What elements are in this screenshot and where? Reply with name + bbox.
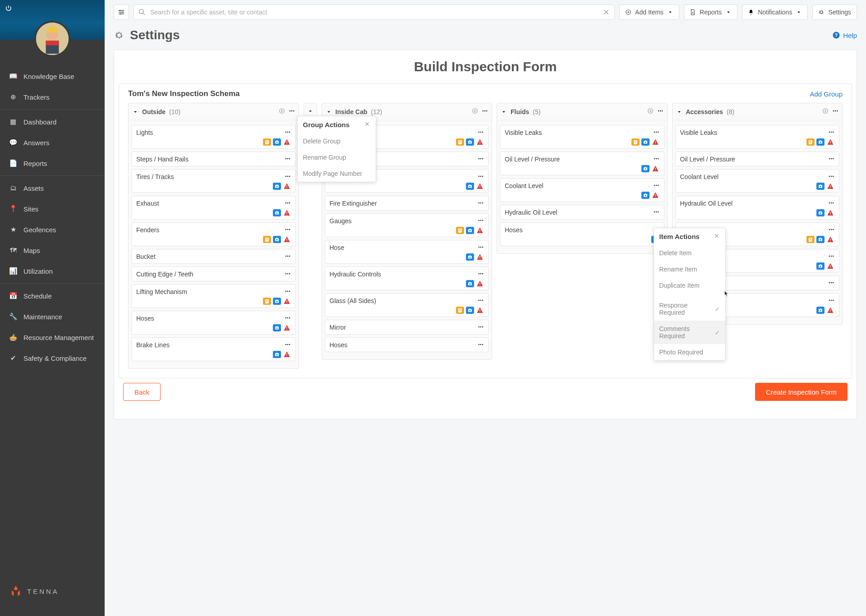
inspection-item[interactable]: Hoses bbox=[131, 311, 296, 335]
column-add-button[interactable] bbox=[822, 108, 829, 115]
modify-page-option[interactable]: Modify Page Number bbox=[298, 165, 376, 182]
sidebar-item-resource-management[interactable]: 🥧Resource Management bbox=[0, 327, 105, 348]
chevron-down-icon[interactable] bbox=[676, 109, 682, 115]
item-menu-button[interactable] bbox=[828, 173, 834, 181]
item-menu-button[interactable] bbox=[653, 182, 659, 190]
inspection-item[interactable]: Visible Leaks bbox=[500, 125, 664, 149]
column-menu-button[interactable] bbox=[832, 108, 838, 115]
back-button[interactable]: Back bbox=[123, 383, 161, 401]
inspection-item[interactable]: Cutting Edge / Teeth bbox=[131, 267, 296, 281]
inspection-item[interactable]: Tires / Tracks bbox=[131, 169, 296, 193]
column-menu-button[interactable] bbox=[482, 108, 488, 115]
item-menu-button[interactable] bbox=[285, 315, 291, 322]
inspection-item[interactable]: Mirror bbox=[325, 320, 489, 335]
item-menu-button[interactable] bbox=[828, 253, 834, 261]
item-menu-button[interactable] bbox=[285, 341, 291, 349]
item-menu-button[interactable] bbox=[828, 129, 834, 137]
inspection-item[interactable]: Bucket bbox=[131, 249, 296, 264]
column-add-button[interactable] bbox=[279, 108, 285, 115]
inspection-item[interactable]: Coolant Level bbox=[675, 169, 840, 193]
chevron-down-icon[interactable] bbox=[501, 109, 507, 115]
item-menu-button[interactable] bbox=[285, 156, 291, 163]
item-menu-button[interactable] bbox=[828, 226, 834, 234]
chevron-down-icon[interactable] bbox=[132, 109, 138, 115]
inspection-item[interactable]: Hoses bbox=[325, 337, 489, 352]
duplicate-item-option[interactable]: Duplicate Item bbox=[654, 277, 725, 294]
inspection-item[interactable]: Hydraulic Oil Level bbox=[675, 196, 840, 220]
inspection-item[interactable]: Coolant Level bbox=[500, 178, 664, 202]
inspection-item[interactable]: Hose bbox=[325, 240, 489, 264]
inspection-item[interactable]: Fenders bbox=[131, 222, 296, 246]
sidebar-item-sites[interactable]: 📍Sites bbox=[0, 198, 105, 219]
sidebar-item-assets[interactable]: 🗂Assets bbox=[0, 178, 105, 198]
reports-button[interactable]: Reports bbox=[684, 5, 737, 20]
item-menu-button[interactable] bbox=[828, 156, 834, 163]
item-menu-button[interactable] bbox=[285, 200, 291, 207]
delete-group-option[interactable]: Delete Group bbox=[298, 133, 376, 149]
inspection-item[interactable]: Visible Leaks bbox=[675, 125, 840, 149]
rename-group-option[interactable]: Rename Group bbox=[298, 149, 376, 165]
column-menu-button[interactable] bbox=[657, 108, 663, 115]
inspection-item[interactable]: Lights bbox=[131, 125, 296, 149]
close-icon[interactable] bbox=[364, 121, 370, 129]
delete-item-option[interactable]: Delete Item bbox=[654, 245, 725, 261]
item-menu-button[interactable] bbox=[478, 271, 484, 278]
sidebar-item-utilization[interactable]: 📊Utilization bbox=[0, 261, 105, 281]
sidebar-item-trackers[interactable]: ⊕Trackers bbox=[0, 87, 105, 107]
column-add-button[interactable] bbox=[647, 108, 654, 115]
sidebar-item-knowledge-base[interactable]: 📖Knowledge Base bbox=[0, 66, 105, 87]
item-menu-button[interactable] bbox=[478, 341, 484, 349]
item-menu-button[interactable] bbox=[285, 226, 291, 234]
sidebar-item-dashboard[interactable]: ▦Dashboard bbox=[0, 111, 105, 132]
search-input[interactable] bbox=[134, 5, 615, 20]
item-menu-button[interactable] bbox=[828, 297, 834, 305]
column-add-button[interactable] bbox=[472, 108, 478, 115]
inspection-item[interactable]: Brake Lines bbox=[131, 337, 296, 361]
item-menu-button[interactable] bbox=[478, 173, 484, 181]
item-menu-button[interactable] bbox=[653, 156, 659, 163]
add-items-button[interactable]: Add Items bbox=[619, 5, 679, 20]
item-menu-button[interactable] bbox=[478, 297, 484, 305]
inspection-item[interactable]: Exhaust bbox=[131, 196, 296, 220]
item-menu-button[interactable] bbox=[285, 253, 291, 261]
sidebar-item-maps[interactable]: 🗺Maps bbox=[0, 240, 105, 261]
inspection-item[interactable]: Glass (All Sides) bbox=[325, 293, 489, 317]
item-menu-button[interactable] bbox=[828, 280, 834, 287]
inspection-item[interactable]: Hydraulic Oil Level bbox=[500, 205, 664, 220]
item-menu-button[interactable] bbox=[478, 244, 484, 252]
filter-button[interactable] bbox=[114, 5, 129, 20]
item-menu-button[interactable] bbox=[285, 271, 291, 278]
item-menu-button[interactable] bbox=[285, 288, 291, 296]
sidebar-item-maintenance[interactable]: 🔧Maintenance bbox=[0, 306, 105, 327]
power-icon[interactable] bbox=[5, 5, 13, 14]
inspection-item[interactable]: Oil Level / Pressure bbox=[500, 152, 664, 175]
inspection-item[interactable]: Hydraulic Controls bbox=[325, 267, 489, 290]
settings-button[interactable]: Settings bbox=[812, 5, 857, 20]
item-menu-button[interactable] bbox=[653, 129, 659, 137]
response-required-option[interactable]: Response Required✓ bbox=[654, 297, 725, 321]
notifications-button[interactable]: Notifications bbox=[742, 5, 808, 20]
item-menu-button[interactable] bbox=[478, 129, 484, 137]
sidebar-item-schedule[interactable]: 📅Schedule bbox=[0, 285, 105, 306]
rename-item-option[interactable]: Rename Item bbox=[654, 261, 725, 277]
item-menu-button[interactable] bbox=[478, 217, 484, 225]
avatar[interactable] bbox=[34, 21, 70, 57]
inspection-item[interactable]: Fire Extinguisher bbox=[325, 196, 489, 211]
clear-search-icon[interactable] bbox=[602, 8, 610, 18]
item-menu-button[interactable] bbox=[478, 200, 484, 207]
item-menu-button[interactable] bbox=[653, 209, 659, 216]
item-menu-button[interactable] bbox=[285, 129, 291, 137]
inspection-item[interactable]: Hoses bbox=[500, 222, 664, 246]
item-menu-button[interactable] bbox=[478, 324, 484, 331]
item-menu-button[interactable] bbox=[285, 173, 291, 181]
item-menu-button[interactable] bbox=[828, 200, 834, 207]
sidebar-item-answers[interactable]: 💬Answers bbox=[0, 132, 105, 153]
create-button[interactable]: Create Inspection Form bbox=[755, 383, 848, 401]
inspection-item[interactable]: Gauges bbox=[325, 213, 489, 237]
photo-required-option[interactable]: Photo Required bbox=[654, 344, 725, 360]
add-group-link[interactable]: Add Group bbox=[810, 90, 843, 98]
inspection-item[interactable]: Lifting Mechanism bbox=[131, 284, 296, 308]
comments-required-option[interactable]: Comments Required✓ bbox=[654, 321, 725, 344]
close-icon[interactable] bbox=[714, 233, 720, 240]
chevron-down-icon[interactable] bbox=[326, 109, 332, 115]
